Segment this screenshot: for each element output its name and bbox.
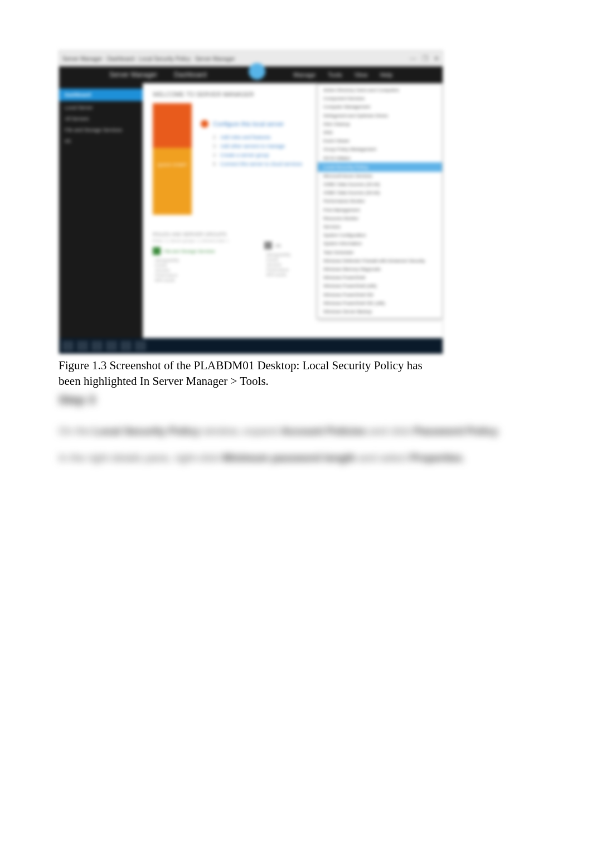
screenshot-server-manager: Server Manager · Dashboard · Local Secur… [59, 50, 443, 354]
tools-dropdown: Active Directory Users and Computers Com… [317, 83, 443, 319]
tile-quickstart: QUICK START [153, 148, 192, 181]
sidebar-item-file-storage[interactable]: File and Storage Services [59, 126, 143, 134]
step-heading: Step 3 [59, 393, 533, 407]
breadcrumb-bar: Server Manager Dashboard Manage Tools Vi… [59, 66, 443, 83]
tools-item[interactable]: Group Policy Management [318, 145, 442, 153]
start-button[interactable] [62, 341, 74, 351]
link-add-roles[interactable]: Add roles and features [220, 134, 271, 140]
role1-line[interactable]: Services [155, 268, 236, 272]
tools-item[interactable]: Windows PowerShell ISE [318, 291, 442, 299]
tile-amber [153, 181, 192, 215]
sidebar: Dashboard Local Server All Servers File … [59, 83, 143, 338]
link-create-group[interactable]: Create a server group [220, 152, 269, 158]
menu-tools[interactable]: Tools [328, 71, 342, 78]
tools-item[interactable]: Windows Server Backup [318, 307, 442, 316]
menu-help[interactable]: Help [380, 71, 392, 78]
tools-item[interactable]: Windows Defender Firewall with Advanced … [318, 257, 442, 265]
sidebar-item-all-servers[interactable]: All Servers [59, 114, 143, 123]
role1-line[interactable]: Performance [155, 273, 236, 277]
tools-item[interactable]: Performance Monitor [318, 197, 442, 205]
blurred-content: Step 3 On the Local Security Policy wind… [59, 393, 533, 469]
role-title-2[interactable]: IIS [275, 243, 281, 248]
link-add-servers[interactable]: Add other servers to manage [220, 143, 285, 149]
tools-item[interactable]: Task Scheduler [318, 248, 442, 257]
instruction-paragraph-1: On the Local Security Policy window, exp… [59, 421, 533, 442]
tools-item[interactable]: ODBC Data Sources (32-bit) [318, 180, 442, 189]
tools-item[interactable]: System Information [318, 239, 442, 248]
tools-item[interactable]: Windows PowerShell (x86) [318, 282, 442, 290]
roles-header: ROLES AND SERVER GROUPS [153, 232, 236, 237]
taskbar-button[interactable] [106, 341, 117, 351]
bullet-icon [201, 120, 208, 128]
role1-line[interactable]: Events [155, 263, 236, 267]
breadcrumb-root[interactable]: Server Manager [109, 71, 157, 79]
tile-orange [153, 103, 192, 148]
tools-item-local-security-policy[interactable]: Local Security Policy [318, 162, 442, 172]
tools-item[interactable]: Active Directory Users and Computers [318, 86, 442, 94]
quickstart-tiles: QUICK START [153, 103, 192, 215]
link-cloud[interactable]: Connect this server to cloud services [220, 161, 302, 167]
window-titlebar: Server Manager · Dashboard · Local Secur… [59, 51, 443, 66]
tools-item[interactable]: Windows PowerShell ISE (x86) [318, 299, 442, 307]
tools-item[interactable]: Computer Management [318, 103, 442, 111]
file-storage-icon [153, 247, 161, 255]
instruction-paragraph-2: In the right details pane, right-click M… [59, 447, 533, 469]
minimize-icon[interactable]: — [410, 55, 416, 62]
tools-item[interactable]: iSCSI Initiator [318, 154, 442, 162]
taskbar [59, 338, 443, 354]
taskbar-button[interactable] [135, 341, 146, 351]
iis-icon [264, 242, 272, 249]
tools-item[interactable]: Print Management [318, 206, 442, 214]
figure-caption: Figure 1.3 Screenshot of the PLABDM01 De… [59, 358, 443, 389]
refresh-icon[interactable] [249, 63, 265, 80]
roles-subheader: Roles: 2 | Server groups: 1 | Servers to… [153, 239, 236, 243]
role-title-1[interactable]: File and Storage Services [164, 249, 215, 254]
role-block-file-storage: ROLES AND SERVER GROUPS Roles: 2 | Serve… [153, 232, 236, 283]
app-body: Dashboard Local Server All Servers File … [59, 83, 443, 338]
taskbar-button[interactable] [120, 341, 132, 351]
tools-item[interactable]: System Configuration [318, 231, 442, 239]
tools-item[interactable]: Defragment and Optimize Drives [318, 112, 442, 120]
tools-item[interactable]: Windows PowerShell [318, 273, 442, 282]
tools-item[interactable]: Event Viewer [318, 137, 442, 145]
taskbar-button[interactable] [77, 341, 88, 351]
close-icon[interactable]: ✕ [434, 55, 439, 62]
quickstart-list: Configure this local server 2Add roles a… [201, 103, 302, 170]
tools-item[interactable]: Resource Monitor [318, 214, 442, 223]
sidebar-item-dashboard[interactable]: Dashboard [59, 89, 143, 101]
main-panel: WELCOME TO SERVER MANAGER QUICK START Co… [143, 83, 443, 338]
tools-item[interactable]: Microsoft Azure Services [318, 172, 442, 180]
sidebar-item-iis[interactable]: IIS [59, 137, 143, 146]
tools-item[interactable]: Services [318, 223, 442, 231]
taskbar-button[interactable] [91, 341, 103, 351]
window-title: Server Manager · Dashboard · Local Secur… [62, 56, 235, 62]
window-controls: — ❐ ✕ [410, 55, 439, 62]
tools-item[interactable]: DNS [318, 128, 442, 137]
role1-line[interactable]: BPA results [155, 278, 236, 282]
configure-server-link[interactable]: Configure this local server [213, 120, 284, 127]
sidebar-item-local-server[interactable]: Local Server [59, 103, 143, 112]
maximize-icon[interactable]: ❐ [422, 55, 428, 62]
tools-item[interactable]: Disk Cleanup [318, 120, 442, 128]
tools-item[interactable]: ODBC Data Sources (64-bit) [318, 189, 442, 197]
tools-item[interactable]: Component Services [318, 94, 442, 103]
menu-manage[interactable]: Manage [293, 71, 316, 78]
menu-view[interactable]: View [355, 71, 368, 78]
role1-line[interactable]: Manageability [155, 258, 236, 262]
tools-item[interactable]: Windows Memory Diagnostic [318, 265, 442, 273]
breadcrumb-section[interactable]: Dashboard [174, 71, 207, 79]
